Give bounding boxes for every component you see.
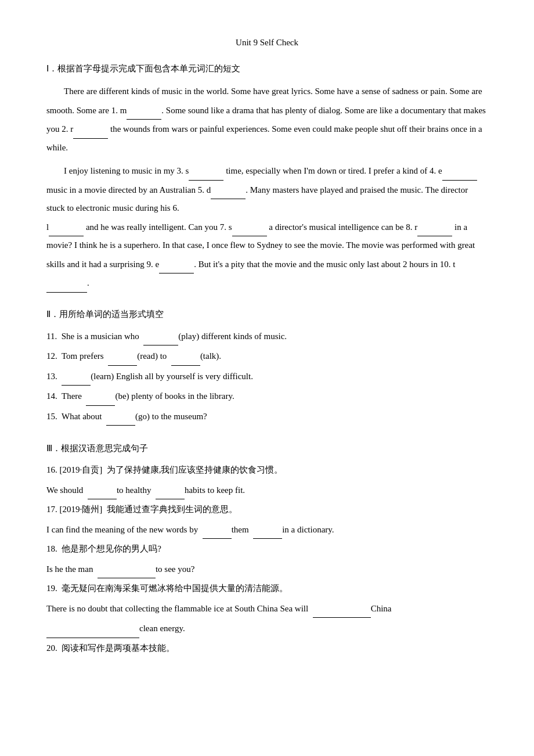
page-title: Unit 9 Self Check — [46, 35, 488, 51]
blank19b — [46, 619, 139, 638]
blank8 — [417, 218, 452, 237]
blank13 — [62, 367, 91, 386]
blank7 — [232, 218, 267, 237]
blank19a — [313, 599, 371, 618]
blank5 — [211, 181, 246, 200]
blank12b — [171, 347, 200, 366]
question-19-label: 19. 毫无疑问在南海采集可燃冰将给中国提供大量的清洁能源。 — [46, 579, 488, 598]
blank9 — [159, 255, 194, 274]
blank12a — [108, 347, 137, 366]
blank15 — [106, 407, 135, 426]
question-17-answer: I can find the meaning of the new words … — [46, 520, 488, 539]
page-container: Unit 9 Self Check Ⅰ．根据首字母提示完成下面包含本单元词汇的短… — [46, 35, 488, 657]
blank11 — [143, 327, 178, 346]
section1-header: Ⅰ．根据首字母提示完成下面包含本单元词汇的短文 — [46, 61, 488, 77]
question-15: 15. What about (go) to the museum? — [46, 407, 488, 426]
blank10 — [46, 273, 87, 293]
section2-header: Ⅱ．用所给单词的适当形式填空 — [46, 307, 488, 322]
question-11: 11. She is a musician who (play) differe… — [46, 327, 488, 346]
question-17-label: 17. [2019·随州] 我能通过查字典找到生词的意思。 — [46, 501, 488, 519]
blank17a — [203, 520, 232, 539]
blank6 — [49, 218, 84, 237]
blank1 — [127, 101, 161, 120]
section3-header: Ⅲ．根据汉语意思完成句子 — [46, 441, 488, 456]
blank3 — [189, 161, 223, 181]
question-16-answer: We should to healthy habits to keep fit. — [46, 481, 488, 500]
blank17b — [253, 520, 282, 539]
blank16a — [88, 481, 117, 500]
blank4 — [442, 161, 477, 181]
blank16b — [156, 481, 185, 500]
question-13: 13. (learn) English all by yourself is v… — [46, 367, 488, 386]
question-19-answer-line2: clean energy. — [46, 619, 488, 638]
blank14 — [86, 387, 115, 406]
paragraph1: There are different kinds of music in th… — [46, 82, 488, 157]
question-18-answer: Is he the man to see you? — [46, 560, 488, 579]
blank18 — [98, 560, 156, 579]
para2-continuation1: l and he was really intelligent. Can you… — [46, 218, 488, 293]
blank2 — [73, 120, 108, 139]
paragraph2: I enjoy listening to music in my 3. s ti… — [46, 161, 488, 218]
question-18-label: 18. 他是那个想见你的男人吗? — [46, 540, 488, 559]
question-14: 14. There (be) plenty of books in the li… — [46, 387, 488, 406]
question-12: 12. Tom prefers (read) to (talk). — [46, 347, 488, 366]
question-20-label: 20. 阅读和写作是两项基本技能。 — [46, 639, 488, 658]
question-16-label: 16. [2019·自贡] 为了保持健康,我们应该坚持健康的饮食习惯。 — [46, 461, 488, 480]
question-19-answer-line1: There is no doubt that collecting the fl… — [46, 599, 488, 618]
